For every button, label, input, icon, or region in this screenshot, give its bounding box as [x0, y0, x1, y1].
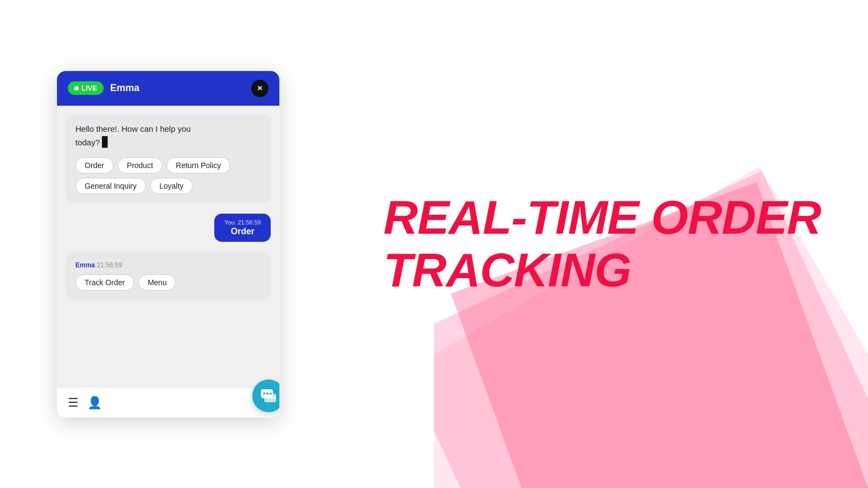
emma-quick-replies: Track Order Menu: [75, 274, 261, 291]
close-button[interactable]: ×: [251, 80, 269, 97]
svg-point-6: [271, 397, 273, 399]
quick-reply-product[interactable]: Product: [118, 157, 162, 174]
svg-point-2: [263, 393, 265, 395]
footer-icons: ☰ 👤: [68, 396, 102, 410]
chat-body: Hello there!. How can I help you today? …: [57, 106, 279, 388]
quick-reply-menu[interactable]: Menu: [138, 274, 176, 291]
emma-name: Emma: [75, 261, 95, 269]
bot-greeting-bubble: Hello there!. How can I help you today? …: [66, 114, 271, 203]
emma-timestamp: 21:56:59: [97, 261, 122, 269]
bot-text-line2: today?: [75, 138, 100, 147]
quick-reply-general-inquiry[interactable]: General Inquiry: [75, 178, 146, 194]
bot-message-text: Hello there!. How can I help you today? …: [75, 123, 261, 150]
right-section: REAL-TIME ORDER TRACKING: [336, 170, 868, 318]
chat-fab-button[interactable]: [252, 380, 279, 412]
heading-line2: TRACKING: [384, 243, 631, 297]
emma-label: Emma 21:56:59: [75, 261, 261, 269]
user-message-bubble: You: 21:56:59 Order: [214, 214, 271, 242]
chat-header-left: LIVE Emma: [68, 81, 139, 95]
menu-icon[interactable]: ☰: [68, 396, 79, 410]
main-heading: REAL-TIME ORDER TRACKING: [384, 191, 821, 297]
user-message-text: Order: [224, 227, 261, 236]
agent-name: Emma: [110, 82, 139, 94]
svg-point-4: [270, 393, 272, 395]
quick-reply-track-order[interactable]: Track Order: [75, 274, 134, 291]
live-label: LIVE: [81, 84, 97, 92]
user-prefix: You:: [224, 219, 238, 226]
chat-bubble-icon: [260, 387, 277, 404]
cursor-icon: ▊: [102, 135, 110, 150]
user-message-wrapper: You: 21:56:59 Order: [66, 214, 271, 242]
bot-text-line1: Hello there!. How can I help you: [75, 124, 191, 133]
svg-point-7: [274, 397, 276, 399]
live-badge: LIVE: [68, 81, 104, 95]
heading-line1: REAL-TIME ORDER: [384, 190, 821, 244]
live-dot: [74, 86, 79, 91]
chat-widget: LIVE Emma × Hello there!. How can I help…: [57, 71, 279, 418]
close-icon: ×: [257, 84, 262, 93]
quick-reply-loyalty[interactable]: Loyalty: [150, 178, 193, 194]
left-section: LIVE Emma × Hello there!. How can I help…: [0, 0, 336, 488]
chat-header: LIVE Emma ×: [57, 71, 279, 106]
emma-response-bubble: Emma 21:56:59 Track Order Menu: [66, 253, 271, 299]
user-message-time: You: 21:56:59: [224, 219, 261, 226]
quick-reply-return-policy[interactable]: Return Policy: [167, 157, 230, 174]
bot-quick-replies: Order Product Return Policy General Inqu…: [75, 157, 261, 194]
quick-reply-order[interactable]: Order: [75, 157, 113, 174]
svg-point-5: [267, 397, 270, 399]
main-layout: LIVE Emma × Hello there!. How can I help…: [0, 0, 868, 488]
chat-footer: ☰ 👤: [57, 388, 279, 418]
user-icon[interactable]: 👤: [87, 396, 102, 410]
svg-point-3: [266, 393, 269, 395]
user-timestamp: 21:56:59: [238, 219, 261, 226]
